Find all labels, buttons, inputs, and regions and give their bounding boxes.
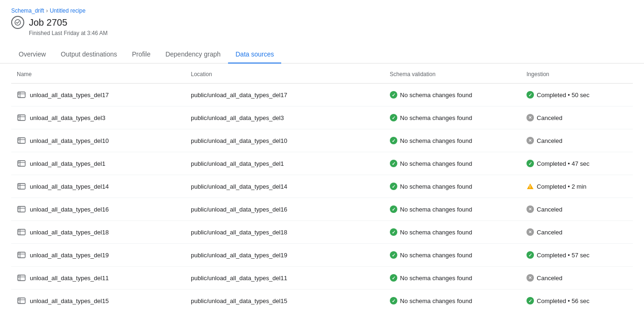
ingestion-status-text: Canceled: [537, 275, 562, 282]
svg-point-50: [18, 256, 19, 257]
svg-point-49: [18, 254, 19, 255]
ingestion-status-cell: Completed • 50 sec: [526, 91, 627, 99]
check-icon: [390, 205, 397, 213]
table-data-icon: [17, 205, 26, 214]
row-name-text: unload_all_data_types_del1: [30, 160, 105, 167]
svg-point-22: [18, 161, 19, 162]
data-sources-table-container: Name Location Schema validation Ingestio…: [0, 64, 644, 311]
svg-point-37: [18, 209, 19, 210]
table-row[interactable]: unload_all_data_types_del1 public/unload…: [11, 152, 633, 175]
name-cell: unload_all_data_types_del11: [17, 273, 180, 283]
ingestion-status-cell: Canceled: [526, 137, 627, 144]
svg-point-55: [18, 277, 19, 278]
canceled-icon: [526, 114, 534, 121]
location-cell: public/unload_all_data_types_del18: [185, 221, 384, 244]
ingestion-status-cell: Completed • 57 sec: [526, 251, 627, 259]
tab-dependency-graph[interactable]: Dependency graph: [158, 46, 228, 64]
location-cell: public/unload_all_data_types_del10: [185, 129, 384, 152]
table-data-icon: [17, 250, 26, 260]
svg-point-56: [18, 279, 19, 280]
tab-output-destinations[interactable]: Output destinations: [53, 46, 125, 64]
ingestion-status-text: Completed • 50 sec: [537, 92, 589, 99]
schema-status-text: No schema changes found: [400, 229, 472, 236]
ingestion-status-text: Completed • 2 min: [537, 183, 586, 190]
breadcrumb-parent[interactable]: Schema_drift: [11, 7, 44, 14]
name-cell: unload_all_data_types_del19: [17, 250, 180, 260]
table-data-icon: [17, 159, 26, 168]
row-name-text: unload_all_data_types_del14: [30, 183, 109, 190]
table-data-icon: [17, 182, 26, 191]
location-cell: public/unload_all_data_types_del15: [185, 290, 384, 311]
table-row[interactable]: unload_all_data_types_del11 public/unloa…: [11, 267, 633, 290]
check-icon: [390, 183, 397, 190]
schema-status-cell: No schema changes found: [390, 228, 515, 236]
row-name-text: unload_all_data_types_del19: [30, 252, 109, 259]
table-row[interactable]: unload_all_data_types_del3 public/unload…: [11, 106, 633, 129]
schema-status-cell: No schema changes found: [390, 205, 515, 213]
row-name-text: unload_all_data_types_del3: [30, 114, 105, 121]
tab-overview[interactable]: Overview: [11, 46, 53, 64]
table-data-icon: [17, 227, 26, 237]
table-wrapper: Name Location Schema validation Ingestio…: [11, 64, 633, 311]
tab-profile[interactable]: Profile: [125, 46, 158, 64]
check-icon: [390, 160, 397, 167]
table-row[interactable]: unload_all_data_types_del14 public/unloa…: [11, 175, 633, 198]
schema-status-cell: No schema changes found: [390, 297, 515, 304]
schema-status-cell: No schema changes found: [390, 160, 515, 167]
check-icon: [390, 91, 397, 99]
breadcrumb-current[interactable]: Untitled recipe: [50, 7, 86, 14]
check-icon: [526, 297, 534, 304]
svg-point-6: [18, 96, 19, 97]
svg-point-16: [18, 138, 19, 139]
canceled-icon: [526, 274, 534, 282]
table-row[interactable]: unload_all_data_types_del17 public/unloa…: [11, 84, 633, 106]
table-row[interactable]: unload_all_data_types_del18 public/unloa…: [11, 221, 633, 244]
check-icon: [390, 274, 397, 282]
row-name-text: unload_all_data_types_del17: [30, 92, 109, 99]
tab-data-sources[interactable]: Data sources: [228, 46, 281, 64]
ingestion-status-text: Canceled: [537, 229, 562, 236]
svg-point-62: [18, 302, 19, 303]
ingestion-status-text: Canceled: [537, 114, 562, 121]
schema-status-cell: No schema changes found: [390, 251, 515, 259]
svg-point-44: [18, 233, 19, 234]
check-icon: [526, 160, 534, 167]
column-header-schema: Schema validation: [384, 64, 521, 84]
breadcrumb-separator: ›: [46, 7, 48, 14]
svg-point-23: [18, 163, 19, 164]
name-cell: unload_all_data_types_del18: [17, 227, 180, 237]
schema-status-text: No schema changes found: [400, 114, 472, 121]
schema-status-text: No schema changes found: [400, 297, 472, 304]
schema-status-text: No schema changes found: [400, 160, 472, 167]
location-cell: public/unload_all_data_types_del1: [185, 152, 384, 175]
ingestion-status-text: Completed • 57 sec: [537, 252, 589, 259]
tabs-bar: Overview Output destinations Profile Dep…: [0, 40, 644, 64]
ingestion-status-text: Canceled: [537, 137, 562, 144]
schema-status-cell: No schema changes found: [390, 91, 515, 99]
schema-status-text: No schema changes found: [400, 252, 472, 259]
svg-point-48: [18, 253, 19, 254]
schema-status-text: No schema changes found: [400, 137, 472, 144]
check-icon: [390, 297, 397, 304]
column-header-name: Name: [11, 64, 185, 84]
table-row[interactable]: unload_all_data_types_del19 public/unloa…: [11, 244, 633, 267]
svg-point-61: [18, 300, 19, 301]
ingestion-status-text: Completed • 56 sec: [537, 297, 589, 304]
ingestion-status-cell: Canceled: [526, 205, 627, 213]
svg-point-60: [18, 298, 19, 299]
svg-point-36: [18, 207, 19, 208]
svg-point-38: [18, 211, 19, 212]
svg-text:!: !: [529, 184, 531, 189]
svg-point-18: [18, 142, 19, 143]
svg-point-42: [18, 230, 19, 231]
svg-point-43: [18, 232, 19, 233]
row-name-text: unload_all_data_types_del18: [30, 229, 109, 236]
table-row[interactable]: unload_all_data_types_del16 public/unloa…: [11, 198, 633, 221]
page-header: Schema_drift › Untitled recipe Job 2705 …: [0, 0, 644, 36]
svg-point-11: [18, 117, 19, 118]
breadcrumb: Schema_drift › Untitled recipe: [11, 7, 633, 14]
svg-point-30: [18, 188, 19, 189]
table-row[interactable]: unload_all_data_types_del15 public/unloa…: [11, 290, 633, 311]
table-header-row: Name Location Schema validation Ingestio…: [11, 64, 633, 84]
table-row[interactable]: unload_all_data_types_del10 public/unloa…: [11, 129, 633, 152]
